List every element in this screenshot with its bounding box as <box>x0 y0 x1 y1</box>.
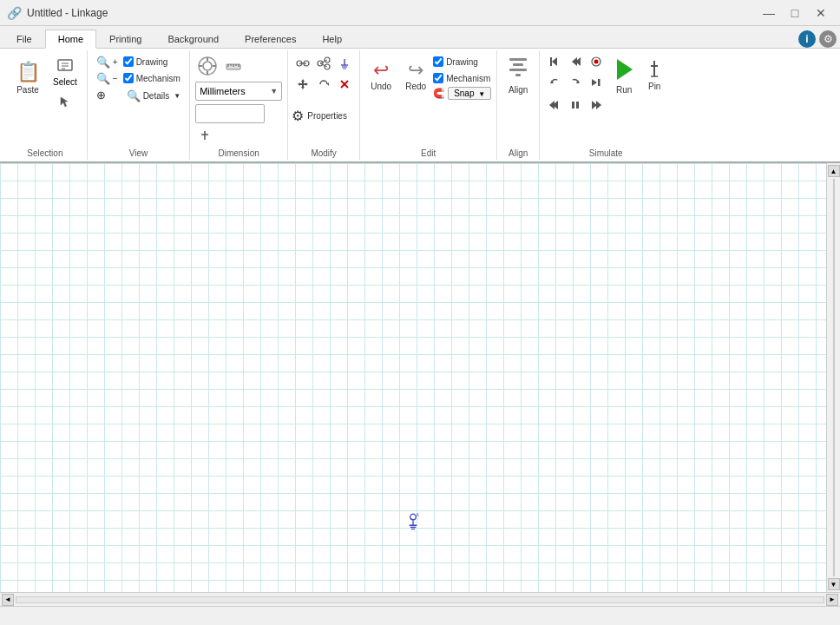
view-group: 🔍 + 🔍 − ⊕ Drawing <box>88 50 190 160</box>
skip-start-button[interactable] <box>545 52 564 71</box>
mechanism-checkbox[interactable] <box>123 73 134 83</box>
dimension-icon <box>195 54 220 78</box>
tab-printing[interactable]: Printing <box>96 30 154 48</box>
add-link-icon[interactable] <box>293 54 312 73</box>
mechanism-check[interactable]: Mechanism <box>123 70 185 86</box>
scroll-up-button[interactable]: ▲ <box>828 165 840 177</box>
window-controls: — □ ✕ <box>757 4 833 22</box>
zoom-out-button[interactable]: 🔍 − <box>93 70 121 86</box>
scroll-right-button[interactable]: ► <box>826 594 838 606</box>
view-label: View <box>93 147 184 158</box>
selection-label: Selection <box>9 147 82 158</box>
content: A ▲ ▼ ◄ ► <box>0 163 840 606</box>
add-joint-icon[interactable] <box>314 54 333 73</box>
details-icon: 🔍 <box>127 89 141 102</box>
drawing-checkbox[interactable] <box>123 56 134 67</box>
modify-group: ⚙ Properties Modify <box>288 50 360 160</box>
details-arrow: ▼ <box>174 92 180 100</box>
add-ground-icon[interactable] <box>335 54 354 73</box>
svg-rect-40 <box>550 57 552 66</box>
align-group: Align Align <box>497 50 540 160</box>
close-button[interactable]: ✕ <box>809 4 833 22</box>
info-icon[interactable]: i <box>798 30 816 48</box>
select-icon <box>56 58 74 76</box>
zoom-in-icon: 🔍 <box>96 56 110 69</box>
snap-button[interactable]: Snap ▼ <box>448 87 491 100</box>
rotate-icon[interactable] <box>314 75 333 94</box>
dimension-pin-icon[interactable] <box>195 126 214 145</box>
zoom-in-button[interactable]: 🔍 + <box>93 54 121 69</box>
hscroll-track[interactable] <box>16 596 824 603</box>
simulate-group: Run Pin Simulate <box>540 50 672 160</box>
reverse-rotate-button[interactable] <box>545 73 564 92</box>
svg-marker-39 <box>552 57 557 66</box>
tab-preferences[interactable]: Preferences <box>232 30 309 48</box>
svg-marker-50 <box>549 101 555 109</box>
app-icon: 🔗 <box>7 6 22 20</box>
align-button[interactable]: Align <box>502 52 534 97</box>
tab-file[interactable]: File <box>3 30 45 48</box>
svg-rect-37 <box>509 69 527 71</box>
svg-marker-47 <box>592 79 597 86</box>
dimension-input[interactable] <box>195 104 265 123</box>
edit-drawing-check[interactable]: Drawing <box>433 54 491 69</box>
snap-arrow: ▼ <box>478 90 485 98</box>
align-icon <box>508 55 528 83</box>
dimension-group: Millimeters ▼ Dimension <box>190 50 288 160</box>
edit-content: ↩ Undo ↪ Redo Drawing <box>365 52 491 145</box>
edit-mechanism-checkbox[interactable] <box>433 73 443 83</box>
selection-group: 📋 Paste <box>3 50 88 160</box>
run-icon <box>612 56 636 85</box>
vscroll-track[interactable] <box>833 179 835 576</box>
titlebar: 🔗 Untitled - Linkage — □ ✕ <box>0 0 840 26</box>
edit-drawing-checkbox[interactable] <box>433 56 443 67</box>
run-button[interactable]: Run <box>607 52 640 97</box>
settings-icon[interactable]: ⚙ <box>819 30 837 48</box>
align-label: Align <box>502 147 534 158</box>
tab-background[interactable]: Background <box>154 30 232 48</box>
dimension-controls: Millimeters ▼ <box>195 52 282 145</box>
app: 🔗 Untitled - Linkage — □ ✕ File Home Pri… <box>0 0 840 625</box>
svg-marker-31 <box>298 79 308 89</box>
paste-button[interactable]: 📋 Paste <box>9 52 47 104</box>
scroll-left-button[interactable]: ◄ <box>2 594 14 606</box>
pin-icon <box>647 59 661 82</box>
statusbar <box>0 606 840 625</box>
edit-label: Edit <box>365 147 491 158</box>
undo-button[interactable]: ↩ Undo <box>365 54 397 97</box>
minimize-button[interactable]: — <box>757 4 781 22</box>
svg-point-6 <box>203 62 212 70</box>
tab-home[interactable]: Home <box>45 30 96 49</box>
horizontal-scrollbar[interactable]: ◄ ► <box>0 592 840 606</box>
pause-button[interactable] <box>566 95 585 115</box>
play-back-button[interactable] <box>545 95 564 115</box>
drawing-check[interactable]: Drawing <box>123 54 185 69</box>
details-button[interactable]: 🔍 Details ▼ <box>123 88 185 103</box>
selection-tool-1[interactable] <box>56 92 75 111</box>
svg-point-44 <box>594 60 599 64</box>
tab-help[interactable]: Help <box>309 30 355 48</box>
zoom-out-icon: 🔍 <box>96 72 110 85</box>
delete-icon[interactable] <box>335 75 354 94</box>
properties-button[interactable]: ⚙ Properties <box>293 99 345 134</box>
canvas-area[interactable]: A <box>0 163 826 592</box>
unit-dropdown[interactable]: Millimeters ▼ <box>195 82 282 101</box>
redo-button[interactable]: ↪ Redo <box>400 54 431 97</box>
select-button[interactable]: Select <box>49 54 82 89</box>
svg-marker-54 <box>596 101 601 109</box>
skip-end-button[interactable] <box>587 73 606 92</box>
svg-rect-52 <box>576 102 579 109</box>
maximize-button[interactable]: □ <box>783 4 807 22</box>
move-icon[interactable] <box>293 75 312 94</box>
play-fast-button[interactable] <box>587 95 606 115</box>
ribbon-tabs: File Home Printing Background Preference… <box>0 26 840 49</box>
unit-dropdown-arrow: ▼ <box>270 87 278 95</box>
vertical-scrollbar[interactable]: ▲ ▼ <box>826 163 840 592</box>
step-fwd-button[interactable] <box>566 73 585 92</box>
pin-button[interactable]: Pin <box>642 52 666 97</box>
edit-mechanism-check[interactable]: Mechanism <box>433 70 491 86</box>
step-back-button[interactable] <box>566 52 585 71</box>
scroll-down-button[interactable]: ▼ <box>828 578 840 590</box>
record-button[interactable] <box>587 52 606 71</box>
zoom-fit-button[interactable]: ⊕ <box>93 87 121 102</box>
